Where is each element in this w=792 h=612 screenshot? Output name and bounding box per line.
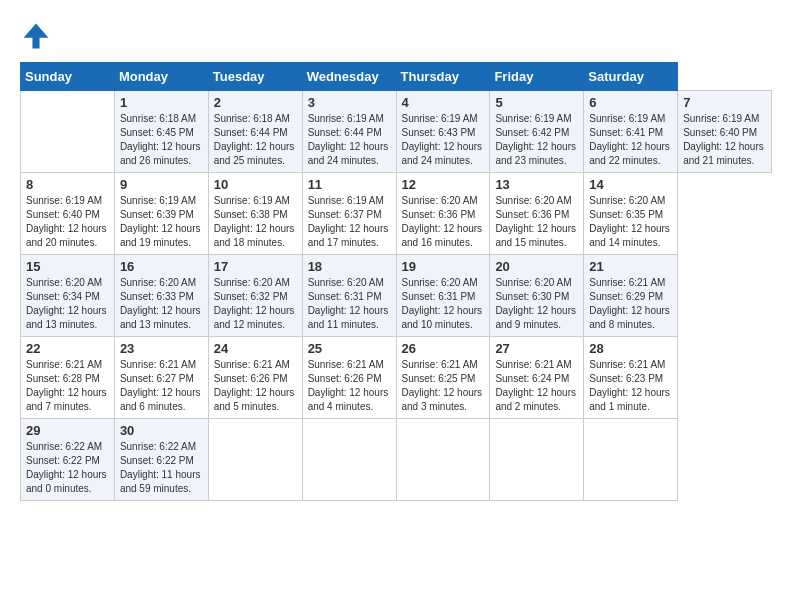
day-number: 15 [26, 259, 109, 274]
calendar-day-cell: 2Sunrise: 6:18 AMSunset: 6:44 PMDaylight… [208, 91, 302, 173]
calendar-day-cell [490, 419, 584, 501]
day-info: Sunrise: 6:18 AMSunset: 6:45 PMDaylight:… [120, 112, 203, 168]
day-number: 20 [495, 259, 578, 274]
day-number: 19 [402, 259, 485, 274]
weekday-header-monday: Monday [114, 63, 208, 91]
weekday-header-wednesday: Wednesday [302, 63, 396, 91]
day-info: Sunrise: 6:20 AMSunset: 6:30 PMDaylight:… [495, 276, 578, 332]
day-number: 2 [214, 95, 297, 110]
day-number: 26 [402, 341, 485, 356]
day-info: Sunrise: 6:20 AMSunset: 6:34 PMDaylight:… [26, 276, 109, 332]
calendar-day-cell: 19Sunrise: 6:20 AMSunset: 6:31 PMDayligh… [396, 255, 490, 337]
calendar-day-cell: 13Sunrise: 6:20 AMSunset: 6:36 PMDayligh… [490, 173, 584, 255]
day-info: Sunrise: 6:20 AMSunset: 6:35 PMDaylight:… [589, 194, 672, 250]
day-info: Sunrise: 6:20 AMSunset: 6:31 PMDaylight:… [308, 276, 391, 332]
calendar-day-cell: 11Sunrise: 6:19 AMSunset: 6:37 PMDayligh… [302, 173, 396, 255]
day-info: Sunrise: 6:21 AMSunset: 6:24 PMDaylight:… [495, 358, 578, 414]
day-info: Sunrise: 6:21 AMSunset: 6:25 PMDaylight:… [402, 358, 485, 414]
day-number: 23 [120, 341, 203, 356]
day-number: 18 [308, 259, 391, 274]
day-info: Sunrise: 6:19 AMSunset: 6:40 PMDaylight:… [683, 112, 766, 168]
day-number: 6 [589, 95, 672, 110]
day-info: Sunrise: 6:18 AMSunset: 6:44 PMDaylight:… [214, 112, 297, 168]
day-number: 21 [589, 259, 672, 274]
calendar-day-cell: 5Sunrise: 6:19 AMSunset: 6:42 PMDaylight… [490, 91, 584, 173]
calendar-day-cell: 15Sunrise: 6:20 AMSunset: 6:34 PMDayligh… [21, 255, 115, 337]
day-number: 1 [120, 95, 203, 110]
day-number: 9 [120, 177, 203, 192]
calendar-day-cell [584, 419, 678, 501]
day-info: Sunrise: 6:20 AMSunset: 6:32 PMDaylight:… [214, 276, 297, 332]
day-info: Sunrise: 6:21 AMSunset: 6:29 PMDaylight:… [589, 276, 672, 332]
day-info: Sunrise: 6:22 AMSunset: 6:22 PMDaylight:… [120, 440, 203, 496]
weekday-header-sunday: Sunday [21, 63, 115, 91]
day-number: 12 [402, 177, 485, 192]
day-info: Sunrise: 6:19 AMSunset: 6:43 PMDaylight:… [402, 112, 485, 168]
calendar-day-cell: 24Sunrise: 6:21 AMSunset: 6:26 PMDayligh… [208, 337, 302, 419]
page-header [20, 20, 772, 52]
day-number: 7 [683, 95, 766, 110]
day-number: 25 [308, 341, 391, 356]
calendar-week-row: 1Sunrise: 6:18 AMSunset: 6:45 PMDaylight… [21, 91, 772, 173]
day-info: Sunrise: 6:21 AMSunset: 6:26 PMDaylight:… [308, 358, 391, 414]
calendar-day-cell: 18Sunrise: 6:20 AMSunset: 6:31 PMDayligh… [302, 255, 396, 337]
calendar-day-cell: 10Sunrise: 6:19 AMSunset: 6:38 PMDayligh… [208, 173, 302, 255]
calendar-day-cell: 1Sunrise: 6:18 AMSunset: 6:45 PMDaylight… [114, 91, 208, 173]
day-number: 22 [26, 341, 109, 356]
day-number: 13 [495, 177, 578, 192]
day-info: Sunrise: 6:19 AMSunset: 6:44 PMDaylight:… [308, 112, 391, 168]
day-number: 24 [214, 341, 297, 356]
calendar-day-cell: 21Sunrise: 6:21 AMSunset: 6:29 PMDayligh… [584, 255, 678, 337]
day-number: 30 [120, 423, 203, 438]
day-info: Sunrise: 6:22 AMSunset: 6:22 PMDaylight:… [26, 440, 109, 496]
calendar-day-cell: 25Sunrise: 6:21 AMSunset: 6:26 PMDayligh… [302, 337, 396, 419]
calendar-header-row: SundayMondayTuesdayWednesdayThursdayFrid… [21, 63, 772, 91]
day-number: 8 [26, 177, 109, 192]
day-number: 5 [495, 95, 578, 110]
day-number: 14 [589, 177, 672, 192]
day-info: Sunrise: 6:21 AMSunset: 6:27 PMDaylight:… [120, 358, 203, 414]
calendar-day-cell: 6Sunrise: 6:19 AMSunset: 6:41 PMDaylight… [584, 91, 678, 173]
calendar-day-cell: 17Sunrise: 6:20 AMSunset: 6:32 PMDayligh… [208, 255, 302, 337]
logo [20, 20, 56, 52]
calendar-day-cell: 26Sunrise: 6:21 AMSunset: 6:25 PMDayligh… [396, 337, 490, 419]
calendar-day-cell [208, 419, 302, 501]
day-info: Sunrise: 6:19 AMSunset: 6:41 PMDaylight:… [589, 112, 672, 168]
day-info: Sunrise: 6:19 AMSunset: 6:42 PMDaylight:… [495, 112, 578, 168]
day-info: Sunrise: 6:20 AMSunset: 6:33 PMDaylight:… [120, 276, 203, 332]
calendar-day-cell: 4Sunrise: 6:19 AMSunset: 6:43 PMDaylight… [396, 91, 490, 173]
calendar-week-row: 15Sunrise: 6:20 AMSunset: 6:34 PMDayligh… [21, 255, 772, 337]
calendar-day-cell: 30Sunrise: 6:22 AMSunset: 6:22 PMDayligh… [114, 419, 208, 501]
calendar-week-row: 29Sunrise: 6:22 AMSunset: 6:22 PMDayligh… [21, 419, 772, 501]
calendar-day-cell: 3Sunrise: 6:19 AMSunset: 6:44 PMDaylight… [302, 91, 396, 173]
day-info: Sunrise: 6:20 AMSunset: 6:36 PMDaylight:… [402, 194, 485, 250]
calendar-table: SundayMondayTuesdayWednesdayThursdayFrid… [20, 62, 772, 501]
day-info: Sunrise: 6:21 AMSunset: 6:23 PMDaylight:… [589, 358, 672, 414]
calendar-day-cell [21, 91, 115, 173]
day-number: 27 [495, 341, 578, 356]
calendar-week-row: 8Sunrise: 6:19 AMSunset: 6:40 PMDaylight… [21, 173, 772, 255]
day-info: Sunrise: 6:20 AMSunset: 6:36 PMDaylight:… [495, 194, 578, 250]
calendar-day-cell [396, 419, 490, 501]
logo-icon [20, 20, 52, 52]
day-number: 29 [26, 423, 109, 438]
weekday-header-tuesday: Tuesday [208, 63, 302, 91]
day-info: Sunrise: 6:19 AMSunset: 6:37 PMDaylight:… [308, 194, 391, 250]
day-info: Sunrise: 6:21 AMSunset: 6:28 PMDaylight:… [26, 358, 109, 414]
calendar-day-cell: 12Sunrise: 6:20 AMSunset: 6:36 PMDayligh… [396, 173, 490, 255]
calendar-day-cell: 23Sunrise: 6:21 AMSunset: 6:27 PMDayligh… [114, 337, 208, 419]
calendar-day-cell: 20Sunrise: 6:20 AMSunset: 6:30 PMDayligh… [490, 255, 584, 337]
calendar-day-cell: 14Sunrise: 6:20 AMSunset: 6:35 PMDayligh… [584, 173, 678, 255]
day-number: 11 [308, 177, 391, 192]
calendar-day-cell: 8Sunrise: 6:19 AMSunset: 6:40 PMDaylight… [21, 173, 115, 255]
calendar-day-cell: 29Sunrise: 6:22 AMSunset: 6:22 PMDayligh… [21, 419, 115, 501]
weekday-header-thursday: Thursday [396, 63, 490, 91]
day-info: Sunrise: 6:19 AMSunset: 6:38 PMDaylight:… [214, 194, 297, 250]
calendar-day-cell: 27Sunrise: 6:21 AMSunset: 6:24 PMDayligh… [490, 337, 584, 419]
calendar-day-cell: 7Sunrise: 6:19 AMSunset: 6:40 PMDaylight… [678, 91, 772, 173]
svg-marker-0 [24, 24, 49, 49]
day-info: Sunrise: 6:20 AMSunset: 6:31 PMDaylight:… [402, 276, 485, 332]
calendar-day-cell [302, 419, 396, 501]
day-info: Sunrise: 6:19 AMSunset: 6:39 PMDaylight:… [120, 194, 203, 250]
day-number: 10 [214, 177, 297, 192]
